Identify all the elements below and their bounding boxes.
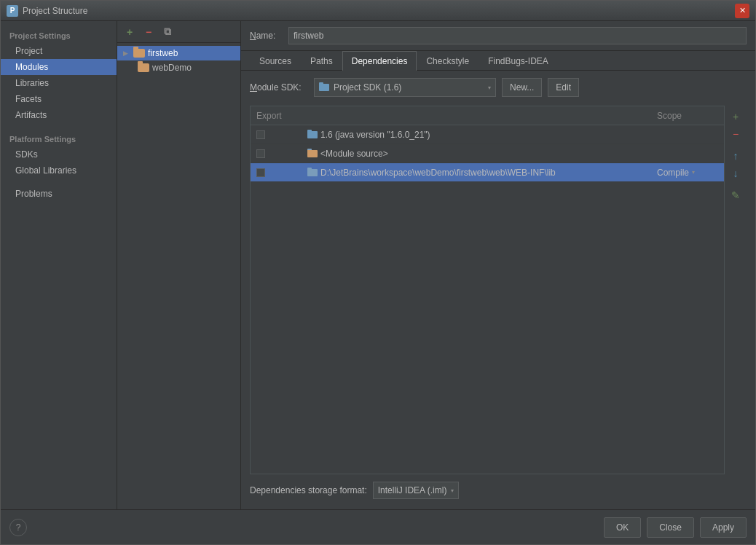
new-sdk-button[interactable]: New...: [502, 78, 542, 97]
bottom-buttons: OK Close Apply: [604, 517, 747, 538]
edit-dep-button[interactable]: ✎: [728, 187, 744, 203]
tree-content: ▶ firstweb webDemo: [117, 43, 240, 509]
storage-dropdown-arrow: ▾: [451, 487, 454, 494]
project-structure-window: P Project Structure ✕ Project Settings P…: [0, 0, 756, 545]
sdk-value: Project SDK (1.6): [334, 82, 484, 93]
sidebar-item-modules[interactable]: Modules: [1, 59, 117, 75]
tab-sources[interactable]: Sources: [250, 51, 301, 71]
name-col-module: <Module source>: [302, 149, 651, 159]
module-tree: + − ⧉ ▶ firstweb webDemo: [117, 21, 241, 509]
name-col-lib: D:\JetBrains\workspace\webDemo\firstweb\…: [302, 168, 651, 178]
lib-name: D:\JetBrains\workspace\webDemo\firstweb\…: [320, 168, 556, 178]
tabs-row: Sources Paths Dependencies Checkstyle Fi…: [241, 51, 755, 71]
sdk-row: Module SDK: Project SDK (1.6) ▾ New... E…: [250, 78, 747, 97]
sdk-folder-icon: [319, 84, 329, 91]
ok-button[interactable]: OK: [604, 517, 641, 538]
module-folder-icon-webdemo: [138, 63, 149, 72]
tab-paths[interactable]: Paths: [301, 51, 342, 71]
project-settings-label: Project Settings: [1, 27, 117, 43]
deps-row-jdk[interactable]: 1.6 (java version "1.6.0_21"): [251, 125, 724, 144]
edit-sdk-button[interactable]: Edit: [548, 78, 579, 97]
lib-folder-icon: [307, 169, 318, 176]
tree-item-firstweb[interactable]: ▶ firstweb: [117, 46, 240, 60]
tab-dependencies[interactable]: Dependencies: [342, 51, 417, 71]
module-source-name: <Module source>: [320, 149, 388, 159]
sdk-label: Module SDK:: [250, 82, 308, 93]
storage-format-value: IntelliJ IDEA (.iml): [378, 485, 447, 495]
tab-checkstyle[interactable]: Checkstyle: [417, 51, 479, 71]
close-button[interactable]: ✕: [735, 4, 749, 18]
deps-actions: + − ↑ ↓ ✎: [725, 106, 747, 474]
deps-row-lib[interactable]: D:\JetBrains\workspace\webDemo\firstweb\…: [251, 163, 724, 182]
add-module-button[interactable]: +: [122, 24, 138, 40]
sidebar-item-facets[interactable]: Facets: [1, 91, 117, 107]
tree-expand-arrow: ▶: [123, 50, 130, 57]
module-toolbar: + − ⧉: [117, 21, 240, 43]
jdk-folder-icon: [307, 131, 318, 138]
title-bar: P Project Structure ✕: [1, 1, 755, 21]
move-down-button[interactable]: ↓: [728, 165, 744, 181]
sidebar-item-global-libraries[interactable]: Global Libraries: [1, 162, 117, 179]
storage-format-row: Dependencies storage format: IntelliJ ID…: [250, 474, 747, 502]
check-col-jdk: [251, 130, 302, 139]
deps-table: Export Scope 1.6 (java version "1.6: [250, 106, 725, 474]
remove-module-button[interactable]: −: [141, 24, 157, 40]
tab-findbugs[interactable]: FindBugs-IDEA: [479, 51, 558, 71]
tree-item-webdemo[interactable]: webDemo: [117, 60, 240, 75]
add-dep-button[interactable]: +: [728, 109, 744, 125]
export-checkbox-lib[interactable]: [256, 168, 265, 177]
sdk-dropdown[interactable]: Project SDK (1.6) ▾: [314, 78, 496, 97]
help-button[interactable]: ?: [9, 519, 27, 536]
window-icon: P: [7, 5, 18, 17]
close-button-bottom[interactable]: Close: [647, 517, 694, 538]
check-col-lib: [251, 168, 302, 177]
right-panel: Name: Sources Paths Dependencies Checkst…: [241, 21, 755, 509]
scope-dropdown-arrow: ▾: [692, 169, 695, 176]
module-source-icon: [307, 150, 318, 157]
apply-button[interactable]: Apply: [700, 517, 747, 538]
bottom-bar: ? OK Close Apply: [1, 509, 755, 544]
move-up-button[interactable]: ↑: [728, 148, 744, 164]
scope-value: Compile: [657, 168, 689, 178]
sidebar: Project Settings Project Modules Librari…: [1, 21, 117, 509]
storage-format-label: Dependencies storage format:: [250, 485, 367, 495]
jdk-name: 1.6 (java version "1.6.0_21"): [320, 130, 430, 140]
name-col-jdk: 1.6 (java version "1.6.0_21"): [302, 130, 651, 140]
col-export-header: Export: [251, 111, 302, 121]
tree-item-label-webdemo: webDemo: [152, 63, 192, 73]
storage-format-dropdown[interactable]: IntelliJ IDEA (.iml) ▾: [373, 482, 460, 499]
export-checkbox-module[interactable]: [256, 149, 265, 158]
export-checkbox-jdk[interactable]: [256, 130, 265, 139]
sidebar-item-sdks[interactable]: SDKs: [1, 146, 117, 162]
sidebar-item-libraries[interactable]: Libraries: [1, 75, 117, 91]
copy-module-button[interactable]: ⧉: [160, 24, 176, 40]
remove-dep-button[interactable]: −: [728, 126, 744, 142]
name-input[interactable]: [288, 27, 747, 44]
panel-content: Module SDK: Project SDK (1.6) ▾ New... E…: [241, 71, 755, 509]
window-title: Project Structure: [23, 6, 735, 16]
sidebar-item-problems[interactable]: Problems: [1, 186, 117, 202]
col-scope-header: Scope: [651, 111, 724, 121]
check-col-module: [251, 149, 302, 158]
tree-item-label: firstweb: [148, 48, 178, 58]
deps-section: Export Scope 1.6 (java version "1.6: [250, 106, 747, 474]
sdk-dropdown-arrow: ▾: [488, 85, 491, 91]
platform-settings-label: Platform Settings: [1, 130, 117, 146]
deps-row-module-source[interactable]: <Module source>: [251, 144, 724, 163]
name-row: Name:: [241, 21, 755, 51]
scope-col-lib[interactable]: Compile ▾: [651, 168, 724, 178]
module-folder-icon: [133, 49, 145, 58]
deps-table-header: Export Scope: [251, 106, 724, 125]
name-label: Name:: [250, 31, 283, 41]
sidebar-item-artifacts[interactable]: Artifacts: [1, 107, 117, 123]
sidebar-item-project[interactable]: Project: [1, 43, 117, 59]
main-content: Project Settings Project Modules Librari…: [1, 21, 755, 509]
